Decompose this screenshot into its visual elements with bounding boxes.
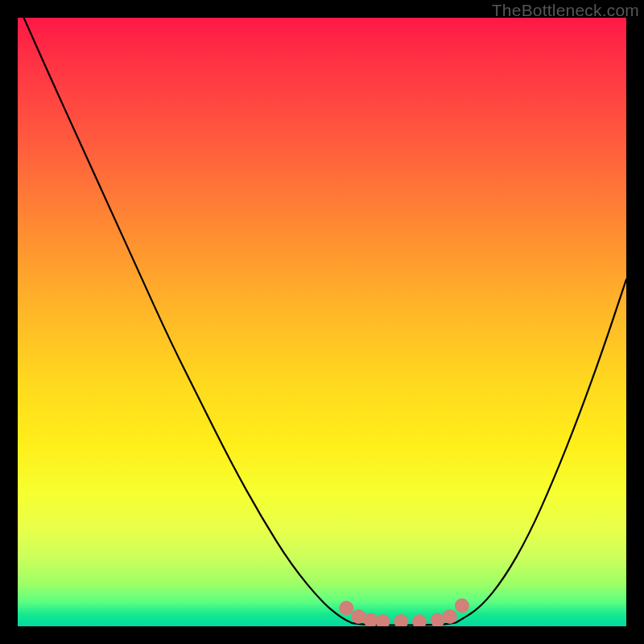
chart-svg [18, 18, 626, 626]
floor-dot-4 [376, 614, 390, 626]
floor-dot-8 [443, 609, 457, 624]
valley-markers [339, 598, 469, 626]
bottleneck-curve-path [24, 18, 626, 625]
floor-dot-7 [431, 613, 445, 626]
watermark-text: TheBottleneck.com [492, 1, 639, 20]
floor-dot-3 [364, 613, 378, 626]
floor-dot-1 [339, 601, 353, 615]
chart-plot-area [18, 18, 626, 626]
chart-frame: TheBottleneck.com [0, 0, 644, 644]
floor-dot-5 [394, 614, 408, 626]
floor-dot-9 [455, 598, 469, 613]
floor-dot-6 [412, 614, 427, 626]
